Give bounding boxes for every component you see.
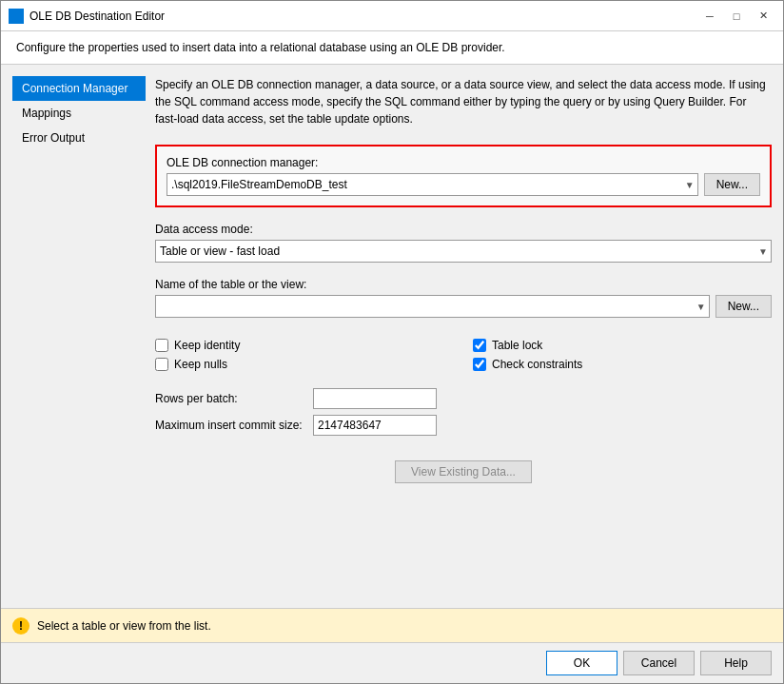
table-name-new-button[interactable]: New... <box>715 295 772 318</box>
data-access-section: Data access mode: Table or view - fast l… <box>155 223 772 263</box>
warning-icon: ! <box>12 617 29 635</box>
top-description: Configure the properties used to insert … <box>1 31 783 65</box>
title-bar: OLE DB Destination Editor ─ □ ✕ <box>1 1 783 31</box>
status-bar-text: Select a table or view from the list. <box>37 619 211 633</box>
table-lock-label: Table lock <box>492 339 542 352</box>
view-data-btn-row: View Existing Data... <box>155 460 772 483</box>
window-icon <box>9 9 24 24</box>
view-existing-data-button[interactable]: View Existing Data... <box>395 460 532 483</box>
max-insert-commit-row: Maximum insert commit size: <box>155 415 772 436</box>
maximize-button[interactable]: □ <box>724 7 749 26</box>
ole-db-section: OLE DB connection manager: .\sql2019.Fil… <box>155 145 772 207</box>
sidebar: Connection Manager Mappings Error Output <box>12 76 146 596</box>
data-access-label: Data access mode: <box>155 223 772 236</box>
table-lock-row: Table lock <box>473 339 772 352</box>
data-access-select-wrapper: Table or view - fast load ▼ <box>155 240 772 263</box>
table-lock-checkbox[interactable] <box>473 339 486 352</box>
max-insert-commit-label: Maximum insert commit size: <box>155 419 307 432</box>
sidebar-item-connection-manager[interactable]: Connection Manager <box>12 76 146 101</box>
keep-identity-checkbox[interactable] <box>155 339 168 352</box>
dialog-buttons: OK Cancel Help <box>1 642 783 683</box>
ole-db-connection-select[interactable]: .\sql2019.FileStreamDemoDB_test <box>167 173 698 196</box>
check-constraints-row: Check constraints <box>473 358 772 371</box>
rows-per-batch-row: Rows per batch: <box>155 388 772 409</box>
title-bar-controls: ─ □ ✕ <box>697 7 775 26</box>
table-name-select[interactable] <box>155 295 710 318</box>
data-access-field-row: Table or view - fast load ▼ <box>155 240 772 263</box>
table-name-select-wrapper: ▼ <box>155 295 710 318</box>
ole-db-select-wrapper: .\sql2019.FileStreamDemoDB_test ▼ <box>167 173 698 196</box>
top-description-text: Configure the properties used to insert … <box>16 41 505 54</box>
status-bar: ! Select a table or view from the list. <box>1 608 783 642</box>
window-title: OLE DB Destination Editor <box>29 10 697 23</box>
rows-per-batch-label: Rows per batch: <box>155 392 307 405</box>
max-insert-commit-input[interactable] <box>313 415 437 436</box>
sidebar-item-mappings[interactable]: Mappings <box>12 101 146 126</box>
input-fields-section: Rows per batch: Maximum insert commit si… <box>155 388 772 436</box>
table-name-label: Name of the table or the view: <box>155 278 772 291</box>
minimize-button[interactable]: ─ <box>697 7 722 26</box>
table-name-section: Name of the table or the view: ▼ New... <box>155 278 772 318</box>
ole-db-label: OLE DB connection manager: <box>167 156 760 169</box>
table-name-field-row: ▼ New... <box>155 295 772 318</box>
keep-nulls-row: Keep nulls <box>155 358 454 371</box>
keep-nulls-label: Keep nulls <box>174 358 227 371</box>
cancel-button[interactable]: Cancel <box>623 651 695 675</box>
content-description: Specify an OLE DB connection manager, a … <box>155 76 772 127</box>
data-access-mode-select[interactable]: Table or view - fast load <box>155 240 772 263</box>
window: OLE DB Destination Editor ─ □ ✕ Configur… <box>0 0 784 684</box>
help-button[interactable]: Help <box>700 651 772 675</box>
sidebar-item-error-output[interactable]: Error Output <box>12 126 146 150</box>
check-constraints-checkbox[interactable] <box>473 358 486 371</box>
content-area: Specify an OLE DB connection manager, a … <box>155 76 772 596</box>
keep-identity-label: Keep identity <box>174 339 240 352</box>
close-button[interactable]: ✕ <box>751 7 775 26</box>
ok-button[interactable]: OK <box>546 651 617 675</box>
keep-nulls-checkbox[interactable] <box>155 358 168 371</box>
rows-per-batch-input[interactable] <box>313 388 437 409</box>
ole-db-field-row: .\sql2019.FileStreamDemoDB_test ▼ New... <box>167 173 760 196</box>
checkboxes-section: Keep identity Table lock Keep nulls Chec… <box>155 339 772 371</box>
check-constraints-label: Check constraints <box>492 358 582 371</box>
keep-identity-row: Keep identity <box>155 339 454 352</box>
ole-db-new-button[interactable]: New... <box>704 173 760 196</box>
main-content: Connection Manager Mappings Error Output… <box>1 65 783 608</box>
